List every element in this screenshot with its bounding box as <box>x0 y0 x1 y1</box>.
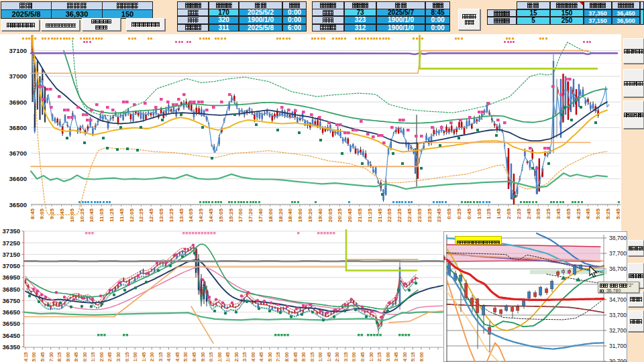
svg-text:18:00: 18:00 <box>268 208 274 222</box>
svg-text:0:45: 0:45 <box>360 352 365 361</box>
svg-text:11:00: 11:00 <box>217 352 222 362</box>
svg-text:23:25: 23:25 <box>427 208 433 222</box>
svg-text:30,700: 30,700 <box>609 358 627 362</box>
svg-text:0:25: 0:25 <box>456 208 462 219</box>
svg-text:15:30: 15:30 <box>268 352 272 362</box>
svg-text:12:05: 12:05 <box>129 208 135 222</box>
svg-text:2:15: 2:15 <box>377 352 382 361</box>
svg-text:18:15: 18:15 <box>57 352 62 362</box>
svg-text:11:05: 11:05 <box>99 208 105 222</box>
svg-text:5:30: 5:30 <box>184 352 189 361</box>
svg-text:4:45: 4:45 <box>585 208 591 219</box>
svg-text:1:05: 1:05 <box>476 208 482 219</box>
svg-text:22:45: 22:45 <box>108 352 113 362</box>
svg-text:32,700: 32,700 <box>609 327 627 334</box>
svg-text:33,700: 33,700 <box>609 312 627 318</box>
svg-text:20:25: 20:25 <box>337 208 343 222</box>
svg-text:2:25: 2:25 <box>516 208 522 219</box>
svg-text:19:30: 19:30 <box>301 352 306 362</box>
svg-text:8:45: 8:45 <box>192 352 197 361</box>
svg-text:22:05: 22:05 <box>386 208 392 222</box>
svg-text:21:00: 21:00 <box>318 352 323 362</box>
svg-text:37350: 37350 <box>3 228 20 235</box>
svg-text:15:00: 15:00 <box>32 352 37 362</box>
svg-text:13:45: 13:45 <box>178 208 184 222</box>
svg-text:36700: 36700 <box>9 149 27 157</box>
svg-text:8:45: 8:45 <box>30 208 36 219</box>
svg-text:36900: 36900 <box>9 99 27 106</box>
svg-text:23:05: 23:05 <box>417 208 423 222</box>
svg-text:37000: 37000 <box>9 72 27 80</box>
svg-text:36550: 36550 <box>3 320 20 327</box>
svg-text:14:00: 14:00 <box>251 352 256 362</box>
svg-text:5:45: 5:45 <box>615 208 621 219</box>
svg-text:37,700: 37,700 <box>609 250 627 257</box>
svg-text:0:15: 0:15 <box>125 352 129 361</box>
svg-text:34,700: 34,700 <box>609 296 627 303</box>
svg-text:18:45: 18:45 <box>293 352 298 362</box>
svg-text:12:30: 12:30 <box>234 352 239 362</box>
svg-text:12:25: 12:25 <box>138 208 144 222</box>
svg-text:14:05: 14:05 <box>188 208 194 222</box>
svg-text:15:05: 15:05 <box>218 208 224 222</box>
svg-text:2:45: 2:45 <box>526 208 532 219</box>
svg-text:3:45: 3:45 <box>555 208 561 219</box>
svg-text:0:00: 0:00 <box>352 352 357 361</box>
svg-text:10:15: 10:15 <box>209 352 213 362</box>
svg-text:11:45: 11:45 <box>119 208 125 222</box>
svg-text:4:45: 4:45 <box>175 352 180 361</box>
svg-text:11:25: 11:25 <box>109 208 115 222</box>
svg-text:36,700: 36,700 <box>609 265 627 272</box>
svg-text:21:45: 21:45 <box>327 352 331 362</box>
svg-text:36650: 36650 <box>3 308 20 316</box>
svg-text:3:05: 3:05 <box>535 208 541 219</box>
svg-text:11:45: 11:45 <box>225 352 230 362</box>
svg-text:2:30: 2:30 <box>150 352 154 361</box>
svg-text:20:05: 20:05 <box>327 208 333 222</box>
svg-text:38,700: 38,700 <box>609 235 627 241</box>
svg-text:37250: 37250 <box>3 239 20 247</box>
svg-text:12:45: 12:45 <box>148 208 154 222</box>
svg-text:31,700: 31,700 <box>609 343 627 349</box>
svg-text:5:25: 5:25 <box>605 208 611 219</box>
svg-text:22:00: 22:00 <box>99 352 104 362</box>
svg-text:36350: 36350 <box>3 343 20 351</box>
svg-text:1:45: 1:45 <box>496 208 502 219</box>
svg-text:1:30: 1:30 <box>369 352 374 361</box>
svg-text:36600: 36600 <box>9 175 27 182</box>
svg-text:37050: 37050 <box>3 262 20 269</box>
svg-text:23:15: 23:15 <box>343 352 348 362</box>
svg-text:13:15: 13:15 <box>242 352 247 362</box>
svg-text:9:05: 9:05 <box>39 208 45 219</box>
svg-text:3:45: 3:45 <box>394 352 398 361</box>
svg-text:36950: 36950 <box>3 274 20 281</box>
svg-text:9:45: 9:45 <box>59 208 65 219</box>
svg-text:5:05: 5:05 <box>595 208 601 219</box>
svg-text:19:45: 19:45 <box>74 352 78 362</box>
svg-text:20:45: 20:45 <box>347 208 353 222</box>
svg-text:36500: 36500 <box>9 201 27 208</box>
svg-text:37100: 37100 <box>9 47 27 54</box>
svg-text:17:40: 17:40 <box>258 208 264 222</box>
svg-text:19:20: 19:20 <box>307 208 313 222</box>
svg-text:22:30: 22:30 <box>335 352 339 362</box>
svg-text:19:00: 19:00 <box>66 352 70 362</box>
svg-text:13:25: 13:25 <box>168 208 174 222</box>
svg-text:18:40: 18:40 <box>287 208 293 222</box>
svg-text:10:05: 10:05 <box>69 208 75 222</box>
svg-text:23:45: 23:45 <box>436 208 442 222</box>
svg-text:36850: 36850 <box>3 286 20 293</box>
svg-text:21:45: 21:45 <box>377 208 383 222</box>
svg-text:1:00: 1:00 <box>133 352 138 361</box>
svg-text:0:05: 0:05 <box>446 208 452 219</box>
svg-text:37150: 37150 <box>3 251 20 258</box>
svg-text:17:15: 17:15 <box>276 352 281 362</box>
svg-text:15:25: 15:25 <box>228 208 234 222</box>
svg-text:3:00: 3:00 <box>386 352 390 361</box>
svg-text:2:05: 2:05 <box>506 208 512 219</box>
svg-text:22:45: 22:45 <box>407 208 413 222</box>
svg-text:0:45: 0:45 <box>466 208 472 219</box>
svg-text:4:25: 4:25 <box>576 208 582 219</box>
svg-text:19:00: 19:00 <box>297 208 303 222</box>
svg-text:10:25: 10:25 <box>79 208 85 222</box>
